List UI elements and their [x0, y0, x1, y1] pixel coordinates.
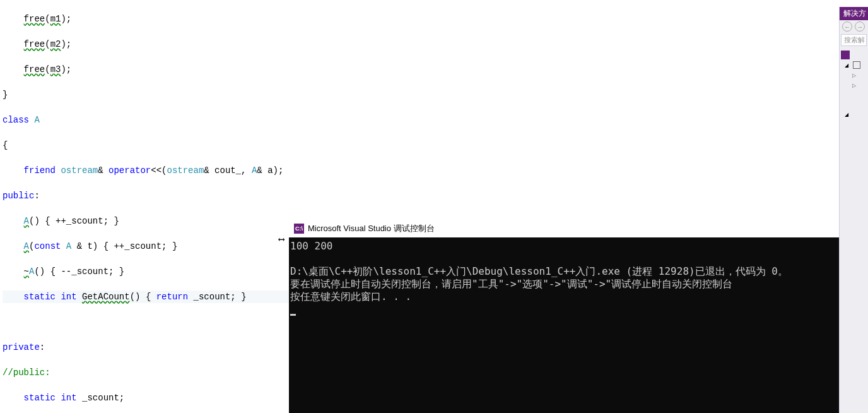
console-icon: C:\ — [294, 224, 304, 234]
code-line: class A — [3, 114, 839, 126]
solution-explorer-header[interactable]: 解决方 — [840, 7, 868, 20]
tree-item-solution[interactable] — [841, 50, 867, 60]
resize-handle-icon[interactable]: ⟷ — [279, 234, 284, 244]
code-line: free(m2); — [3, 38, 839, 51]
solution-search-input[interactable]: 搜索解 — [841, 34, 867, 46]
tree-item-child[interactable] — [841, 80, 867, 90]
console-title: Microsoft Visual Studio 调试控制台 — [308, 223, 435, 234]
tree-item-child[interactable] — [841, 70, 867, 80]
tree-item-project[interactable] — [841, 60, 867, 70]
project-icon — [852, 61, 861, 69]
code-line: free(m1); — [3, 13, 839, 25]
solution-tree[interactable] — [840, 47, 868, 122]
forward-button-icon[interactable]: → — [855, 21, 865, 32]
expand-icon[interactable] — [850, 81, 859, 90]
console-cursor — [290, 314, 296, 316]
expand-icon[interactable] — [842, 110, 851, 119]
solution-explorer[interactable]: 解决方 ← → 搜索解 — [839, 7, 868, 413]
code-line: friend ostream& operator<<(ostream& cout… — [3, 164, 839, 177]
code-line: } — [3, 88, 839, 101]
debug-console-window[interactable]: C:\ Microsoft Visual Studio 调试控制台 100 20… — [289, 220, 868, 413]
code-line: { — [3, 139, 839, 152]
code-line: public: — [3, 189, 839, 202]
vs-solution-icon — [841, 51, 850, 59]
code-line: free(m3); — [3, 63, 839, 76]
solution-explorer-toolbar: ← → — [840, 20, 868, 33]
console-titlebar[interactable]: C:\ Microsoft Visual Studio 调试控制台 — [289, 220, 868, 237]
back-button-icon[interactable]: ← — [842, 21, 852, 32]
console-output: 100 200 D:\桌面\C++初阶\lesson1_C++入门\Debug\… — [289, 237, 868, 318]
expand-icon[interactable] — [842, 61, 851, 69]
tree-item-child[interactable] — [841, 109, 867, 119]
expand-icon[interactable] — [850, 71, 859, 80]
